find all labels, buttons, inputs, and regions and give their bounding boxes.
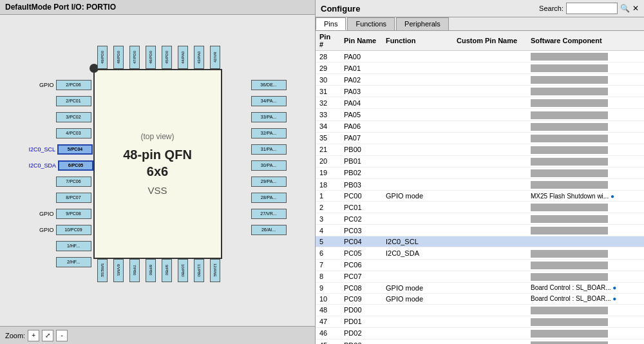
chip-diagram: GPIO 2/PC06 2/PC01 3/PC02 4/PC03: [0, 15, 315, 326]
tab-functions[interactable]: Functions: [347, 17, 395, 30]
table-row[interactable]: 29PA01: [316, 62, 644, 74]
table-row[interactable]: 35PA07: [316, 132, 644, 144]
cell-pin-num: 4: [316, 225, 340, 236]
cell-function: [382, 271, 453, 282]
bottom-pins-row: 5/RESE 6/VMS 7/PB0 8/PB0 9/PB0 10/PB0 11…: [95, 259, 223, 282]
cell-pin-name: PD01: [340, 316, 382, 327]
table-row[interactable]: 3PC02: [316, 213, 644, 225]
zoom-label: Zoom:: [5, 332, 25, 339]
cell-custom-pin: [453, 293, 527, 304]
table-row[interactable]: 8PC07: [316, 271, 644, 282]
cell-function: GPIO mode: [382, 282, 453, 293]
cell-custom-pin: [453, 271, 527, 282]
bot-pin-5: 9/PB0: [162, 259, 172, 282]
cell-function: [382, 155, 453, 167]
top-pin-1: 49/PD0: [97, 46, 108, 69]
search-clear-icon[interactable]: ✕: [632, 4, 639, 13]
right-pin-box-7: 29/PA...: [251, 177, 287, 187]
table-row[interactable]: 1PC00GPIO modeMX25 Flash Shutdown wi... …: [316, 191, 644, 202]
search-icon[interactable]: 🔍: [620, 4, 630, 13]
cell-function: [382, 62, 453, 74]
table-row[interactable]: 18PB03: [316, 179, 644, 191]
bot-pin-7: 11/PB0: [194, 259, 204, 282]
cell-pin-name: PA06: [340, 120, 382, 132]
cell-software: [527, 86, 644, 97]
cell-function: GPIO mode: [382, 293, 453, 304]
top-pin-3: 47/PD0: [129, 46, 140, 69]
right-pin-box-4: 32/PA...: [251, 128, 287, 139]
tab-pins[interactable]: Pins: [316, 17, 346, 30]
cell-software: [527, 304, 644, 316]
cell-pin-name: PC02: [340, 213, 382, 225]
left-pin-box-5: 5/PC04: [57, 144, 93, 155]
chip-text-area: (top view) 48-pin QFN6x6 VSS: [95, 70, 221, 258]
cell-pin-num: 34: [316, 120, 340, 132]
cell-custom-pin: [453, 236, 527, 247]
cell-custom-pin: [453, 316, 527, 327]
search-area: Search: 🔍 ✕: [539, 3, 639, 14]
table-row[interactable]: 46PD02: [316, 327, 644, 339]
table-row[interactable]: 20PB01: [316, 155, 644, 167]
zoom-in-button[interactable]: +: [28, 330, 39, 341]
right-panel-header: Configure Search: 🔍 ✕: [316, 0, 644, 17]
cell-custom-pin: [453, 213, 527, 225]
table-row[interactable]: 19PB02: [316, 167, 644, 178]
cell-custom-pin: [453, 97, 527, 109]
table-row[interactable]: 30PA02: [316, 74, 644, 86]
top-pin-6: 44/PA0: [178, 46, 188, 69]
cell-pin-name: PA02: [340, 74, 382, 86]
left-gpio-10-label: GPIO: [29, 227, 56, 233]
cell-software: [527, 132, 644, 144]
cell-custom-pin: [453, 144, 527, 155]
cell-software: [527, 259, 644, 271]
cell-pin-num: 45: [316, 339, 340, 344]
cell-pin-num: 48: [316, 304, 340, 316]
table-row[interactable]: 10PC09GPIO modeBoard Control : SL_BOAR..…: [316, 293, 644, 304]
cell-pin-name: PB01: [340, 155, 382, 167]
table-row[interactable]: 9PC08GPIO modeBoard Control : SL_BOAR...…: [316, 282, 644, 293]
search-input[interactable]: [566, 3, 618, 14]
right-pin-box-1: 36/DE...: [251, 80, 287, 90]
top-pin-5: 45/PD0: [162, 46, 172, 69]
table-row[interactable]: 31PA03: [316, 86, 644, 97]
table-row[interactable]: 33PA05: [316, 109, 644, 120]
cell-pin-num: 5: [316, 236, 340, 247]
left-pin-box-8: 8/PC07: [56, 193, 91, 203]
table-row[interactable]: 28PA00: [316, 51, 644, 62]
table-body: 28PA0029PA0130PA0231PA0332PA0433PA0534PA…: [316, 51, 644, 345]
table-row[interactable]: 45PD03: [316, 339, 644, 344]
table-row[interactable]: 32PA04: [316, 97, 644, 109]
cell-software: [527, 339, 644, 344]
top-pin-8: 42/VR: [210, 46, 220, 69]
table-row[interactable]: 21PB00: [316, 144, 644, 155]
cell-custom-pin: [453, 86, 527, 97]
left-panel: DefaultMode Port I/O: PORTIO GPIO 2/PC06…: [0, 0, 316, 344]
tab-peripherals[interactable]: Peripherals: [396, 17, 449, 30]
cell-pin-num: 8: [316, 271, 340, 282]
cell-pin-name: PA05: [340, 109, 382, 120]
cell-pin-name: PB02: [340, 167, 382, 178]
cell-pin-name: PC07: [340, 271, 382, 282]
table-row[interactable]: 34PA06: [316, 120, 644, 132]
col-custom-pin: Custom Pin Name: [453, 31, 527, 51]
table-row[interactable]: 5PC04I2C0_SCL: [316, 236, 644, 247]
cell-pin-num: 3: [316, 213, 340, 225]
left-pin-box-3: 3/PC02: [56, 112, 91, 122]
right-pin-box-9: 27/VR...: [251, 209, 287, 219]
table-row[interactable]: 2PC01: [316, 202, 644, 213]
zoom-fit-button[interactable]: ⤢: [42, 330, 53, 341]
table-row[interactable]: 7PC06: [316, 259, 644, 271]
chip-vss-label: VSS: [147, 185, 167, 196]
cell-pin-num: 31: [316, 86, 340, 97]
table-row[interactable]: 4PC03: [316, 225, 644, 236]
table-row[interactable]: 48PD00: [316, 304, 644, 316]
cell-custom-pin: [453, 109, 527, 120]
zoom-out-button[interactable]: -: [56, 330, 68, 341]
cell-pin-num: 47: [316, 316, 340, 327]
cell-pin-name: PA03: [340, 86, 382, 97]
table-row[interactable]: 6PC05I2C0_SDA: [316, 247, 644, 259]
left-pin-label-gpio: GPIO: [29, 82, 56, 88]
cell-software: [527, 144, 644, 155]
cell-pin-name: PD00: [340, 304, 382, 316]
table-row[interactable]: 47PD01: [316, 316, 644, 327]
